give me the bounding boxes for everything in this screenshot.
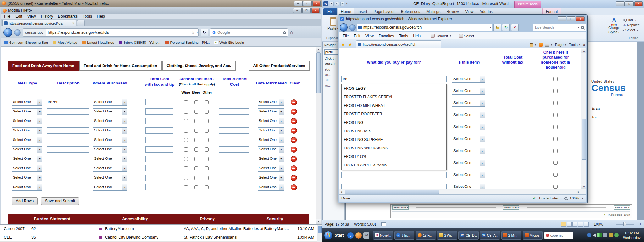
alcohol-cost-input[interactable] [219, 165, 249, 171]
wine-checkbox[interactable] [184, 100, 188, 104]
taskbar-clock[interactable]: 12:42 PM Wednesday [621, 231, 642, 239]
mail-quicklaunch-icon[interactable]: ✉ [363, 232, 369, 239]
not-in-household-checkbox[interactable] [553, 125, 558, 129]
beer-checkbox[interactable] [194, 185, 198, 189]
url-dropdown-icon[interactable]: ▾ [196, 31, 198, 34]
close-button[interactable]: × [312, 1, 321, 6]
scrollbar-thumb[interactable] [316, 52, 321, 93]
meal-type-select[interactable]: Select One▼ [12, 165, 42, 172]
mail-scrollbar[interactable] [317, 225, 322, 242]
alcohol-cost-input[interactable] [219, 156, 249, 162]
is-this-item-select[interactable]: Select One▼ [452, 136, 485, 142]
live-search-box[interactable]: Live Search ▾ [533, 24, 586, 31]
description-input[interactable] [47, 118, 89, 124]
where-purchased-select[interactable]: Select One▼ [93, 156, 127, 162]
col-header-date-purchased[interactable]: Date Purchased [255, 81, 288, 86]
not-in-household-checkbox[interactable] [553, 161, 558, 165]
mail-list-row[interactable]: CEE 35 Capitol City Brewing Company St. … [0, 233, 322, 242]
description-input[interactable] [47, 108, 89, 115]
where-purchased-select[interactable]: Select One▼ [93, 99, 127, 106]
scrollbar-thumb[interactable] [318, 226, 322, 233]
page-scrollbar[interactable]: ▲ ▼ [316, 47, 321, 224]
tab-insert[interactable]: Insert [354, 8, 370, 15]
meal-type-select[interactable]: Select One▼ [12, 146, 42, 153]
minimize-button[interactable]: ─ [558, 16, 566, 21]
favorites-star-icon[interactable]: ★ [340, 41, 346, 48]
where-purchased-select[interactable]: Select One▼ [93, 184, 127, 191]
save-and-submit-button[interactable]: Save and Submit [41, 197, 79, 205]
beer-checkbox[interactable] [194, 176, 198, 180]
tab-mailings[interactable]: Mailings [423, 8, 443, 15]
mail-subject[interactable]: AA, AAA, C, D, and other Alkaline Batter… [184, 227, 297, 231]
meal-type-select[interactable]: Select One▼ [12, 137, 42, 143]
tab-view[interactable]: View [462, 8, 477, 15]
scroll-right-icon[interactable]: ▶ [576, 191, 581, 193]
is-this-item-select[interactable]: Select One▼ [452, 172, 485, 178]
zoom-dropdown-icon[interactable]: ▾ [581, 197, 584, 200]
beer-checkbox[interactable] [194, 110, 198, 114]
alcohol-cost-input[interactable] [219, 127, 249, 134]
total-cost-input[interactable] [498, 136, 527, 142]
total-cost-input[interactable] [498, 112, 527, 118]
date-purchased-select[interactable]: Select One▼ [258, 184, 284, 191]
tab-page-layout[interactable]: Page Layout [370, 8, 397, 15]
forward-button[interactable]: → [14, 29, 21, 36]
firefox-titlebar[interactable]: Mozilla Firefox ─ □ × [1, 7, 321, 14]
footer-link[interactable]: Security [266, 216, 283, 221]
reload-button[interactable]: ↻ [201, 29, 208, 36]
other-checkbox[interactable] [205, 176, 209, 180]
ie-quicklaunch-icon[interactable]: e [347, 232, 354, 239]
col-header-check-2[interactable]: purchased for [533, 55, 579, 60]
network-icon[interactable] [597, 233, 602, 237]
chevron-more-icon[interactable]: » [583, 43, 585, 47]
scroll-up-icon[interactable]: ▲ [581, 48, 586, 53]
start-button[interactable]: Start [324, 231, 344, 240]
search-icon[interactable] [581, 26, 584, 29]
wine-checkbox[interactable] [184, 129, 188, 133]
security-zone-label[interactable]: Trusted sites [538, 196, 559, 200]
other-checkbox[interactable] [205, 185, 209, 189]
beer-checkbox[interactable] [194, 129, 198, 133]
total-cost-input[interactable] [145, 127, 173, 134]
menu-item[interactable]: File [2, 14, 13, 19]
update-icon[interactable] [609, 233, 613, 237]
antivirus-icon[interactable] [614, 233, 619, 237]
tools-menu-button[interactable]: Tools▾ [569, 43, 581, 47]
total-cost-input[interactable] [498, 148, 527, 154]
other-checkbox[interactable] [205, 147, 209, 152]
is-this-item-select[interactable]: Select One▼ [452, 112, 485, 118]
is-this-item-select[interactable]: Select One▼ [452, 88, 485, 95]
mail-sender[interactable]: BatteryMart.com [105, 227, 184, 231]
date-purchased-select[interactable]: Select One▼ [258, 137, 284, 143]
total-cost-input[interactable] [145, 146, 173, 153]
taskbar-button[interactable]: Novell... [373, 231, 393, 240]
close-button[interactable]: × [634, 1, 643, 6]
ie-titlebar[interactable]: e https://respond.census.gov/ced/fdh - W… [339, 15, 586, 22]
menu-item[interactable]: View [363, 33, 376, 39]
date-purchased-select[interactable]: Select One▼ [258, 99, 284, 106]
beer-checkbox[interactable] [194, 119, 198, 123]
alcohol-cost-input[interactable] [219, 146, 249, 153]
menu-item[interactable]: Edit [351, 33, 363, 39]
page-menu-button[interactable]: Page▾ [555, 43, 567, 47]
col-header-total-cost[interactable]: Total Cost [496, 55, 530, 60]
new-tab-button[interactable]: + [77, 20, 85, 26]
scroll-down-icon[interactable]: ▼ [581, 184, 586, 189]
back-button[interactable]: ← [340, 23, 348, 32]
minimize-button[interactable]: ─ [293, 8, 302, 13]
taskbar-button[interactable]: 2 Mi... [501, 231, 521, 240]
forward-button[interactable]: → [349, 24, 356, 31]
meal-type-select[interactable]: Select One▼ [12, 156, 42, 162]
refresh-button[interactable]: ↻ [502, 24, 510, 31]
autocomplete-suggestion[interactable]: FROSTING MIX [342, 127, 446, 135]
bookmark-item[interactable]: Personal Banking - PN... [165, 41, 210, 44]
wine-checkbox[interactable] [184, 166, 188, 170]
alcohol-cost-input[interactable] [219, 175, 249, 181]
alcohol-cost-input[interactable] [219, 137, 249, 143]
web-layout-view-button[interactable] [572, 222, 577, 227]
not-in-household-checkbox[interactable] [553, 89, 558, 93]
wine-checkbox[interactable] [184, 138, 188, 142]
total-cost-input[interactable] [145, 165, 173, 171]
menu-item[interactable]: File [340, 33, 351, 39]
description-input[interactable] [47, 99, 89, 105]
